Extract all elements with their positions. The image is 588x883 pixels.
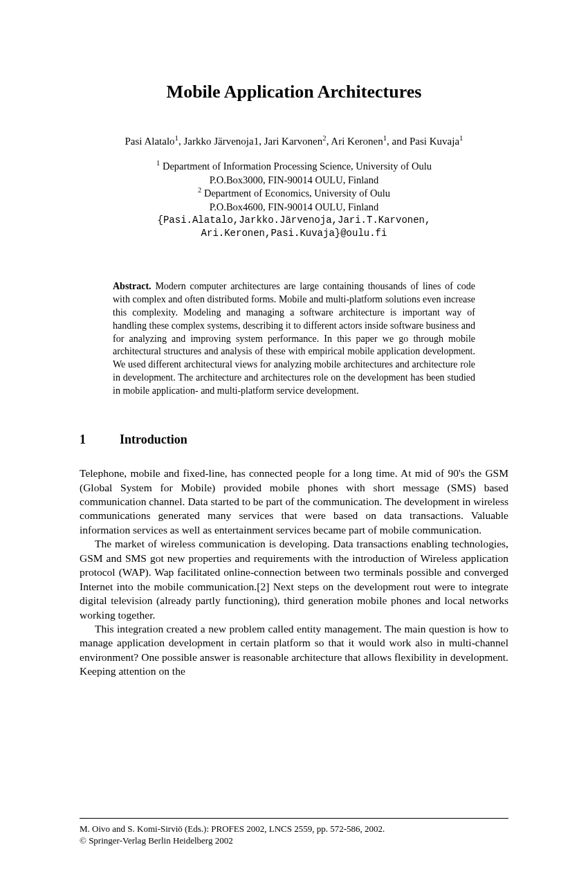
- affiliation-2-address: P.O.Box4600, FIN-90014 OULU, Finland: [80, 201, 508, 215]
- abstract: Abstract. Modern computer architectures …: [113, 280, 475, 398]
- footer-citation: M. Oivo and S. Komi-Sirviö (Eds.): PROFE…: [80, 823, 508, 835]
- section-heading: 1 Introduction: [80, 433, 508, 447]
- footer-copyright: © Springer-Verlag Berlin Heidelberg 2002: [80, 835, 508, 847]
- paper-title: Mobile Application Architectures: [80, 82, 508, 102]
- section-title: Introduction: [120, 433, 187, 447]
- author-list: Pasi Alatalo1, Jarkko Järvenoja1, Jari K…: [80, 136, 508, 147]
- affiliation-2: 2 Department of Economics, University of…: [80, 187, 508, 201]
- section-number: 1: [80, 433, 120, 447]
- author-emails-line1: {Pasi.Alatalo,Jarkko.Järvenoja,Jari.T.Ka…: [80, 214, 508, 227]
- affiliation-1: 1 Department of Information Processing S…: [80, 160, 508, 174]
- author-emails-line2: Ari.Keronen,Pasi.Kuvaja}@oulu.fi: [80, 227, 508, 240]
- paper-page: Mobile Application Architectures Pasi Al…: [0, 0, 588, 720]
- abstract-label: Abstract.: [113, 281, 151, 291]
- page-footer: M. Oivo and S. Komi-Sirviö (Eds.): PROFE…: [80, 818, 508, 847]
- introduction-para-3: This integration created a new problem c…: [80, 622, 508, 679]
- abstract-text: Modern computer architectures are large …: [113, 281, 475, 396]
- introduction-para-2: The market of wireless communication is …: [80, 537, 508, 622]
- affiliation-1-address: P.O.Box3000, FIN-90014 OULU, Finland: [80, 174, 508, 188]
- introduction-para-1: Telephone, mobile and fixed-line, has co…: [80, 466, 508, 537]
